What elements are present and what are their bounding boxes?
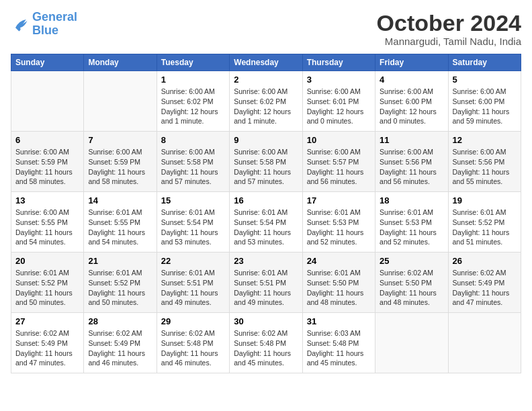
calendar-cell: 12Sunrise: 6:00 AMSunset: 5:56 PMDayligh… [448,132,521,192]
location-subtitle: Mannargudi, Tamil Nadu, India [377,36,521,47]
calendar-cell: 17Sunrise: 6:01 AMSunset: 5:53 PMDayligh… [302,192,375,253]
title-block: October 2024 Mannargudi, Tamil Nadu, Ind… [377,11,521,47]
day-number: 4 [380,75,443,85]
day-info: Sunrise: 6:00 AMSunset: 5:55 PMDaylight:… [15,208,79,247]
day-info: Sunrise: 6:00 AMSunset: 6:01 PMDaylight:… [307,87,371,126]
weekday-header: Tuesday [157,54,229,71]
calendar-cell: 10Sunrise: 6:00 AMSunset: 5:57 PMDayligh… [302,132,375,192]
day-info: Sunrise: 6:00 AMSunset: 5:56 PMDaylight:… [380,147,443,187]
calendar-cell [375,313,448,373]
day-number: 30 [234,316,298,326]
calendar-cell: 7Sunrise: 6:00 AMSunset: 5:59 PMDaylight… [84,132,157,192]
day-number: 25 [380,256,443,266]
calendar-cell: 1Sunrise: 6:00 AMSunset: 6:02 PMDaylight… [157,71,229,132]
day-number: 31 [307,316,371,326]
day-info: Sunrise: 6:01 AMSunset: 5:53 PMDaylight:… [380,208,443,247]
calendar-cell: 30Sunrise: 6:02 AMSunset: 5:48 PMDayligh… [230,313,302,373]
calendar-cell: 3Sunrise: 6:00 AMSunset: 6:01 PMDaylight… [302,71,375,132]
day-info: Sunrise: 6:00 AMSunset: 5:59 PMDaylight:… [88,147,152,187]
calendar-cell: 14Sunrise: 6:01 AMSunset: 5:55 PMDayligh… [84,192,157,253]
calendar-cell [11,71,84,132]
day-number: 15 [161,195,225,205]
day-info: Sunrise: 6:01 AMSunset: 5:50 PMDaylight:… [307,268,371,308]
calendar-cell: 6Sunrise: 6:00 AMSunset: 5:59 PMDaylight… [11,132,84,192]
calendar-cell: 31Sunrise: 6:03 AMSunset: 5:48 PMDayligh… [302,313,375,373]
day-info: Sunrise: 6:01 AMSunset: 5:54 PMDaylight:… [161,208,225,247]
calendar-cell: 18Sunrise: 6:01 AMSunset: 5:53 PMDayligh… [375,192,448,253]
calendar-cell: 16Sunrise: 6:01 AMSunset: 5:54 PMDayligh… [230,192,302,253]
day-info: Sunrise: 6:03 AMSunset: 5:48 PMDaylight:… [307,328,371,368]
day-info: Sunrise: 6:02 AMSunset: 5:49 PMDaylight:… [15,328,79,368]
day-info: Sunrise: 6:00 AMSunset: 6:00 PMDaylight:… [453,87,517,126]
day-info: Sunrise: 6:01 AMSunset: 5:53 PMDaylight:… [307,208,371,247]
day-number: 11 [380,135,443,145]
day-info: Sunrise: 6:01 AMSunset: 5:51 PMDaylight:… [234,268,298,308]
calendar-week-row: 1Sunrise: 6:00 AMSunset: 6:02 PMDaylight… [11,71,521,132]
day-info: Sunrise: 6:02 AMSunset: 5:49 PMDaylight:… [88,328,152,368]
weekday-header: Wednesday [230,54,302,71]
day-number: 24 [307,256,371,266]
day-info: Sunrise: 6:01 AMSunset: 5:52 PMDaylight:… [15,268,79,308]
weekday-header: Friday [375,54,448,71]
day-number: 21 [88,256,152,266]
day-number: 14 [88,195,152,205]
day-number: 1 [161,75,225,85]
day-number: 8 [161,135,225,145]
calendar-cell: 13Sunrise: 6:00 AMSunset: 5:55 PMDayligh… [11,192,84,253]
calendar-cell: 9Sunrise: 6:00 AMSunset: 5:58 PMDaylight… [230,132,302,192]
calendar-cell: 2Sunrise: 6:00 AMSunset: 6:02 PMDaylight… [230,71,302,132]
calendar-week-row: 20Sunrise: 6:01 AMSunset: 5:52 PMDayligh… [11,253,521,313]
day-number: 5 [453,75,517,85]
day-number: 13 [15,195,79,205]
day-info: Sunrise: 6:02 AMSunset: 5:49 PMDaylight:… [453,268,517,308]
logo: General Blue [11,11,77,38]
day-info: Sunrise: 6:02 AMSunset: 5:50 PMDaylight:… [380,268,443,308]
calendar-cell: 20Sunrise: 6:01 AMSunset: 5:52 PMDayligh… [11,253,84,313]
day-number: 20 [15,256,79,266]
calendar-cell: 23Sunrise: 6:01 AMSunset: 5:51 PMDayligh… [230,253,302,313]
day-number: 19 [453,195,517,205]
weekday-header: Monday [84,54,157,71]
logo-icon [11,15,30,34]
calendar-week-row: 6Sunrise: 6:00 AMSunset: 5:59 PMDaylight… [11,132,521,192]
calendar-cell: 21Sunrise: 6:01 AMSunset: 5:52 PMDayligh… [84,253,157,313]
day-info: Sunrise: 6:01 AMSunset: 5:54 PMDaylight:… [234,208,298,247]
day-info: Sunrise: 6:00 AMSunset: 5:58 PMDaylight:… [161,147,225,187]
month-title: October 2024 [377,11,521,36]
calendar-cell: 27Sunrise: 6:02 AMSunset: 5:49 PMDayligh… [11,313,84,373]
calendar-cell: 8Sunrise: 6:00 AMSunset: 5:58 PMDaylight… [157,132,229,192]
day-info: Sunrise: 6:00 AMSunset: 5:56 PMDaylight:… [453,147,517,187]
calendar-cell: 11Sunrise: 6:00 AMSunset: 5:56 PMDayligh… [375,132,448,192]
day-info: Sunrise: 6:01 AMSunset: 5:52 PMDaylight:… [453,208,517,247]
day-info: Sunrise: 6:01 AMSunset: 5:51 PMDaylight:… [161,268,225,308]
calendar-week-row: 13Sunrise: 6:00 AMSunset: 5:55 PMDayligh… [11,192,521,253]
day-info: Sunrise: 6:00 AMSunset: 6:02 PMDaylight:… [161,87,225,126]
day-number: 3 [307,75,371,85]
calendar-cell: 5Sunrise: 6:00 AMSunset: 6:00 PMDaylight… [448,71,521,132]
day-number: 12 [453,135,517,145]
day-number: 6 [15,135,79,145]
calendar-cell: 29Sunrise: 6:02 AMSunset: 5:48 PMDayligh… [157,313,229,373]
day-info: Sunrise: 6:02 AMSunset: 5:48 PMDaylight:… [234,328,298,368]
day-info: Sunrise: 6:01 AMSunset: 5:52 PMDaylight:… [88,268,152,308]
day-number: 9 [234,135,298,145]
calendar-week-row: 27Sunrise: 6:02 AMSunset: 5:49 PMDayligh… [11,313,521,373]
weekday-header: Sunday [11,54,84,71]
day-number: 2 [234,75,298,85]
day-number: 18 [380,195,443,205]
day-number: 27 [15,316,79,326]
day-number: 29 [161,316,225,326]
calendar-cell: 25Sunrise: 6:02 AMSunset: 5:50 PMDayligh… [375,253,448,313]
calendar-cell [84,71,157,132]
day-number: 17 [307,195,371,205]
day-number: 10 [307,135,371,145]
day-number: 26 [453,256,517,266]
calendar-cell: 28Sunrise: 6:02 AMSunset: 5:49 PMDayligh… [84,313,157,373]
page-header: General Blue October 2024 Mannargudi, Ta… [11,11,521,47]
day-info: Sunrise: 6:02 AMSunset: 5:48 PMDaylight:… [161,328,225,368]
day-number: 16 [234,195,298,205]
calendar-cell: 4Sunrise: 6:00 AMSunset: 6:00 PMDaylight… [375,71,448,132]
day-number: 28 [88,316,152,326]
day-info: Sunrise: 6:00 AMSunset: 5:59 PMDaylight:… [15,147,79,187]
calendar-cell: 22Sunrise: 6:01 AMSunset: 5:51 PMDayligh… [157,253,229,313]
